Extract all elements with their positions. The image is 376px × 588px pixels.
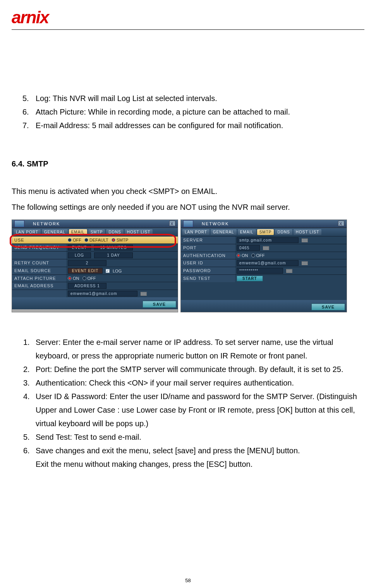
label: AUTHENTICATION <box>181 252 235 259</box>
label: RETRY COUNT <box>12 259 66 267</box>
header-rule <box>12 29 364 30</box>
row-port: PORT 0465 <box>181 244 347 252</box>
network-icon <box>183 220 193 227</box>
list-text: Attach Picture: While in recording mode,… <box>36 105 290 119</box>
section-heading: 6.4. SMTP <box>12 159 364 168</box>
row-send-frequency: SEND FREQUENCY EVENT 10 MINUTES <box>12 243 178 251</box>
address-slot[interactable]: ADDRESS 1 <box>68 283 106 289</box>
list-text: E-mail Address: 5 mail addresses can be … <box>36 119 283 132</box>
label: ATTACH PICTURE <box>12 275 66 282</box>
label: PORT <box>181 244 235 252</box>
label: SERVER <box>181 237 235 244</box>
panel-title: NETWORK <box>202 221 229 226</box>
radio-label: SMTP <box>117 238 129 242</box>
password-field[interactable]: ********** <box>237 268 283 274</box>
radio-label: OFF <box>88 276 96 281</box>
freq-log-value[interactable]: 1 DAY <box>94 252 133 258</box>
freq-log-label: LOG <box>68 252 91 258</box>
list-text: Server: Enter the e-mail server name or … <box>36 336 364 363</box>
radio-on[interactable]: ON <box>237 253 248 258</box>
radio-label: DEFAULT <box>89 238 108 242</box>
user-id-field[interactable]: emwemw1@gmail.com <box>237 260 299 266</box>
label: PASSWORD <box>181 267 235 274</box>
label: SEND FREQUENCY <box>12 244 66 251</box>
list-text: Send Test: Test to send e-mail. <box>36 430 364 444</box>
list-text: User ID & Password: Enter the user ID/na… <box>36 390 364 430</box>
close-icon[interactable]: X <box>338 221 344 226</box>
radio-smtp[interactable]: SMTP <box>112 238 129 242</box>
server-field[interactable]: smtp.gmail.com <box>237 237 299 243</box>
list-num: 3. <box>23 376 32 390</box>
tab-email[interactable]: EMAIL <box>69 229 87 235</box>
tab-email[interactable]: EMAIL <box>238 229 256 235</box>
list-num: 1. <box>23 336 32 363</box>
paragraph: The following settings are only needed i… <box>12 201 364 214</box>
tab-smtp[interactable]: SMTP <box>257 229 274 235</box>
radio-label: ON <box>73 276 79 281</box>
brand-logo: arnix <box>12 8 364 27</box>
row-retry-count: RETRY COUNT 2 <box>12 259 178 267</box>
row-send-test: SEND TEST START <box>181 274 347 282</box>
radio-label: ON <box>242 253 248 258</box>
radio-off[interactable]: OFF <box>251 253 265 258</box>
tab-lan-port[interactable]: LAN PORT <box>14 229 41 235</box>
page-number: 58 <box>0 578 376 583</box>
label: USE <box>12 237 66 243</box>
keyboard-icon[interactable] <box>302 261 308 265</box>
screenshot-figures: NETWORK X LAN PORT GENERAL EMAIL SMTP DD… <box>12 219 364 312</box>
list-num: 4. <box>23 390 32 430</box>
keyboard-icon[interactable] <box>302 238 308 242</box>
radio-off[interactable]: OFF <box>68 238 81 242</box>
bottom-numbered-list: 1.Server: Enter the e-mail server name o… <box>23 336 364 471</box>
keyboard-icon[interactable] <box>286 269 292 273</box>
network-email-panel: NETWORK X LAN PORT GENERAL EMAIL SMTP DD… <box>12 219 178 312</box>
list-text: Authentication: Check this <ON> if your … <box>36 376 364 390</box>
tab-bar: LAN PORT GENERAL EMAIL SMTP DDNS HOST LI… <box>181 228 347 236</box>
tab-host-list[interactable]: HOST LIST <box>294 229 322 235</box>
email-field[interactable]: emwemw1@gmail.com <box>68 291 137 297</box>
save-button[interactable]: SAVE <box>311 303 345 310</box>
panel-titlebar: NETWORK X <box>181 220 347 228</box>
tab-general[interactable]: GENERAL <box>211 229 237 235</box>
top-numbered-list: 5.Log: This NVR will mail Log List at se… <box>22 92 364 132</box>
start-button[interactable]: START <box>237 276 263 281</box>
list-num-empty <box>23 458 32 471</box>
radio-default[interactable]: DEFAULT <box>84 238 108 242</box>
log-checkbox-label: LOG <box>113 269 122 273</box>
row-attach-picture: ATTACH PICTURE ON OFF <box>12 274 178 282</box>
row-email-source: EMAIL SOURCE EVENT EDIT ✓ LOG <box>12 267 178 274</box>
list-num: 6. <box>23 444 32 458</box>
log-checkbox[interactable]: ✓ <box>106 269 110 273</box>
row-server: SERVER smtp.gmail.com <box>181 236 347 244</box>
port-field[interactable]: 0465 <box>237 245 260 251</box>
list-num: 6. <box>22 105 31 119</box>
panel-footer: SAVE <box>181 300 347 312</box>
save-button[interactable]: SAVE <box>143 301 176 308</box>
row-use: USE OFF DEFAULT SMTP <box>12 236 178 243</box>
network-icon <box>14 220 24 227</box>
keyboard-icon[interactable] <box>141 292 147 296</box>
event-edit-button[interactable]: EVENT EDIT <box>68 268 103 274</box>
panel-title: NETWORK <box>33 221 60 226</box>
row-email-address: EMAIL ADDRESS ADDRESS 1 <box>12 282 178 290</box>
retry-value[interactable]: 2 <box>68 260 106 266</box>
keyboard-icon[interactable] <box>263 246 269 250</box>
list-num: 7. <box>22 119 31 132</box>
row-user-id: USER ID emwemw1@gmail.com <box>181 259 347 267</box>
tab-ddns[interactable]: DDNS <box>106 229 123 235</box>
radio-off[interactable]: OFF <box>82 276 96 281</box>
tab-lan-port[interactable]: LAN PORT <box>182 229 209 235</box>
tab-host-list[interactable]: HOST LIST <box>125 229 153 235</box>
close-icon[interactable]: X <box>169 221 175 226</box>
radio-on[interactable]: ON <box>68 276 79 281</box>
tab-general[interactable]: GENERAL <box>42 229 68 235</box>
list-text: Save changes and exit the menu, select [… <box>36 444 364 458</box>
freq-event-value[interactable]: 10 MINUTES <box>94 245 133 250</box>
list-text: Log: This NVR will mail Log List at sele… <box>36 92 217 105</box>
paragraph: This menu is activated when you check <S… <box>12 185 364 198</box>
tab-smtp[interactable]: SMTP <box>88 229 105 235</box>
panel-titlebar: NETWORK X <box>12 220 178 228</box>
label-empty <box>12 290 66 297</box>
row-send-frequency-log: LOG 1 DAY <box>12 251 178 259</box>
tab-ddns[interactable]: DDNS <box>275 229 292 235</box>
